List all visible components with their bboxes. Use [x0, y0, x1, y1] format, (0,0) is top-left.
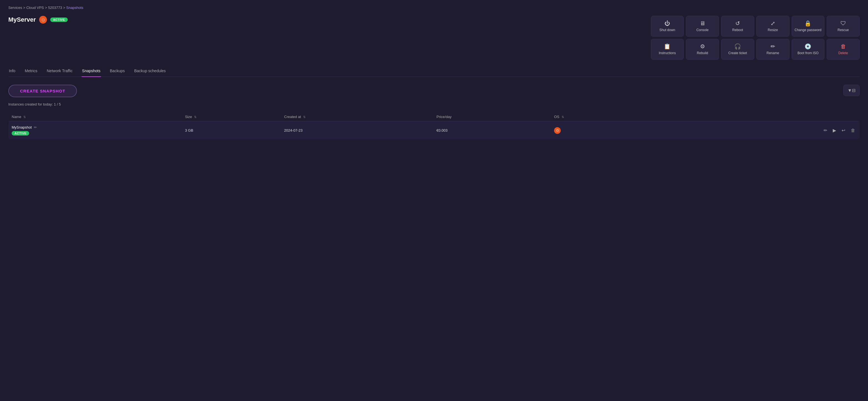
reboot-label: Reboot — [732, 28, 743, 32]
sort-os-icon: ⇅ — [562, 115, 564, 119]
col-price-day[interactable]: Price/day — [433, 113, 551, 121]
create-ticket-icon: 🎧 — [734, 43, 741, 49]
col-os[interactable]: OS ⇅ — [551, 113, 640, 121]
snapshot-row-actions: ✏ ▶ ↩ 🗑 — [640, 121, 860, 140]
snapshot-delete-button[interactable]: 🗑 — [850, 127, 856, 134]
reboot-button[interactable]: ↺ Reboot — [721, 16, 754, 37]
resize-button[interactable]: ⤢ Resize — [756, 16, 789, 37]
tabs: Info Metrics Network Traffic Snapshots B… — [8, 66, 860, 77]
tab-metrics[interactable]: Metrics — [24, 66, 38, 77]
snapshots-table: Name ⇅ Size ⇅ Created at ⇅ Price/day OS … — [8, 113, 860, 140]
snapshot-created-at: 2024-07-23 — [281, 121, 433, 140]
sort-created-icon: ⇅ — [303, 115, 306, 119]
tab-backups[interactable]: Backups — [110, 66, 125, 77]
change-password-button[interactable]: 🔒 Change password — [792, 16, 825, 37]
rebuild-label: Rebuild — [697, 51, 708, 55]
snapshots-panel: CREATE SNAPSHOT ▼⊟ Instances created for… — [8, 85, 860, 140]
server-os-icon: ⊙ — [39, 16, 47, 24]
breadcrumb-services[interactable]: Services — [8, 5, 22, 10]
edit-name-icon[interactable]: ✏ — [34, 125, 37, 129]
snapshot-name-cell: MySnapshot ✏ ACTIVE — [8, 121, 182, 140]
server-name: MyServer — [8, 16, 36, 23]
breadcrumb-current: Snapshots — [66, 5, 83, 10]
resize-icon: ⤢ — [771, 21, 775, 26]
console-icon: 🖥 — [700, 21, 705, 26]
tab-snapshots[interactable]: Snapshots — [82, 66, 101, 77]
instructions-label: Instructions — [659, 51, 676, 55]
rename-button[interactable]: ✏ Rename — [756, 39, 789, 60]
breadcrumb-server-id[interactable]: 5203773 — [48, 5, 62, 10]
snapshot-name: MySnapshot — [12, 125, 32, 129]
action-grid: ⏻ Shut down 🖥 Console ↺ Reboot ⤢ Resize … — [651, 16, 860, 60]
snapshot-os: ⊙ — [551, 121, 640, 140]
rescue-icon: 🛡 — [840, 21, 846, 26]
snapshot-edit-button[interactable]: ✏ — [823, 127, 828, 134]
sort-size-icon: ⇅ — [194, 115, 196, 119]
tab-network-traffic[interactable]: Network Traffic — [46, 66, 73, 77]
instructions-icon: 📋 — [664, 43, 671, 49]
tab-backup-schedules[interactable]: Backup schedules — [133, 66, 166, 77]
server-status-badge: ACTIVE — [50, 18, 68, 22]
col-actions — [640, 113, 860, 121]
tab-info[interactable]: Info — [8, 66, 16, 77]
table-row: MySnapshot ✏ ACTIVE 3 GB 2024-07-23 €0.0… — [8, 121, 860, 140]
console-button[interactable]: 🖥 Console — [686, 16, 719, 37]
snapshot-price-day: €0.003 — [433, 121, 551, 140]
sort-name-icon: ⇅ — [23, 115, 26, 119]
snapshot-rebuild-button[interactable]: ↩ — [840, 127, 846, 134]
rebuild-icon: ⚙ — [700, 43, 705, 49]
instructions-button[interactable]: 📋 Instructions — [651, 39, 684, 60]
filter-button[interactable]: ▼⊟ — [843, 85, 860, 96]
shut-down-icon: ⏻ — [664, 21, 670, 26]
create-ticket-button[interactable]: 🎧 Create ticket — [721, 39, 754, 60]
rescue-label: Rescue — [837, 28, 849, 32]
snapshot-size: 3 GB — [182, 121, 281, 140]
change-password-icon: 🔒 — [804, 21, 811, 26]
breadcrumb-cloud-vps[interactable]: Cloud VPS — [26, 5, 44, 10]
delete-button[interactable]: 🗑 Delete — [827, 39, 860, 60]
instances-info: Instances created for today: 1 / 5 — [8, 102, 860, 106]
rescue-button[interactable]: 🛡 Rescue — [827, 16, 860, 37]
rename-label: Rename — [766, 51, 779, 55]
delete-icon: 🗑 — [840, 43, 846, 49]
col-size[interactable]: Size ⇅ — [182, 113, 281, 121]
boot-from-iso-label: Boot from ISO — [798, 51, 818, 55]
snapshot-restore-button[interactable]: ▶ — [832, 127, 837, 134]
create-ticket-label: Create ticket — [728, 51, 747, 55]
resize-label: Resize — [768, 28, 778, 32]
snapshot-os-icon: ⊙ — [554, 127, 561, 134]
shut-down-label: Shut down — [659, 28, 675, 32]
rebuild-button[interactable]: ⚙ Rebuild — [686, 39, 719, 60]
create-snapshot-button[interactable]: CREATE SNAPSHOT — [8, 85, 77, 97]
shut-down-button[interactable]: ⏻ Shut down — [651, 16, 684, 37]
snapshot-status-badge: ACTIVE — [12, 131, 29, 135]
filter-icon: ▼⊟ — [847, 88, 856, 93]
boot-from-iso-button[interactable]: 💿 Boot from ISO — [792, 39, 825, 60]
delete-label: Delete — [838, 51, 848, 55]
console-label: Console — [696, 28, 709, 32]
col-name[interactable]: Name ⇅ — [8, 113, 182, 121]
boot-from-iso-icon: 💿 — [804, 43, 811, 49]
reboot-icon: ↺ — [735, 21, 740, 26]
rename-icon: ✏ — [771, 43, 775, 49]
breadcrumb: Services > Cloud VPS > 5203773 > Snapsho… — [8, 5, 860, 10]
change-password-label: Change password — [795, 28, 822, 32]
col-created-at[interactable]: Created at ⇅ — [281, 113, 433, 121]
